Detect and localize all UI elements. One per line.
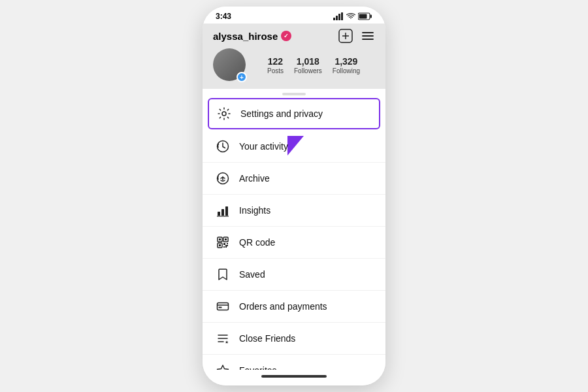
status-bar: 3:43 — [203, 7, 385, 24]
profile-username: alyssa_hirose ✓ — [213, 31, 291, 42]
svg-rect-28 — [227, 243, 228, 244]
svg-marker-38 — [225, 340, 229, 344]
menu-button[interactable] — [361, 29, 375, 43]
add-button[interactable] — [338, 29, 353, 43]
svg-rect-6 — [370, 15, 372, 18]
orders-label: Orders and payments — [239, 301, 327, 312]
favorites-label: Favorites — [239, 365, 277, 370]
archive-label: Archive — [239, 173, 270, 184]
bottom-bar — [203, 370, 385, 385]
svg-rect-5 — [359, 14, 367, 19]
following-count: 1,329 — [335, 56, 357, 67]
svg-rect-32 — [218, 303, 229, 310]
avatar-wrap: + — [213, 48, 247, 82]
wifi-icon — [346, 13, 355, 20]
gear-icon — [217, 106, 231, 121]
followers-label: Followers — [294, 67, 322, 74]
svg-rect-22 — [219, 238, 221, 240]
star-icon — [216, 363, 230, 370]
svg-rect-18 — [221, 209, 224, 216]
drag-handle-wrap — [203, 89, 385, 97]
status-icons — [333, 12, 372, 20]
close-friends-label: Close Friends — [239, 333, 295, 344]
menu-item-close-friends[interactable]: Close Friends — [203, 323, 385, 355]
svg-rect-24 — [225, 238, 227, 240]
svg-rect-17 — [218, 212, 220, 216]
profile-header: alyssa_hirose ✓ — [203, 24, 385, 89]
activity-icon — [216, 139, 230, 154]
menu-item-favorites[interactable]: Favorites — [203, 355, 385, 370]
svg-point-13 — [222, 112, 226, 116]
bookmark-icon — [216, 267, 230, 282]
following-stat: 1,329 Following — [333, 56, 360, 74]
list-star-icon — [216, 331, 230, 346]
saved-label: Saved — [239, 269, 265, 280]
posts-count: 122 — [268, 56, 283, 67]
following-label: Following — [333, 67, 360, 74]
activity-label: Your activity — [239, 141, 288, 152]
menu-item-insights[interactable]: Insights — [203, 195, 385, 227]
drag-handle — [282, 93, 306, 95]
avatar-add-button[interactable]: + — [237, 72, 247, 82]
svg-rect-0 — [333, 18, 335, 20]
card-icon — [216, 299, 230, 314]
menu-item-archive[interactable]: Archive — [203, 163, 385, 195]
time: 3:43 — [216, 12, 231, 21]
menu-item-qrcode[interactable]: QR code — [203, 227, 385, 259]
profile-top: alyssa_hirose ✓ — [213, 29, 375, 43]
posts-stat: 122 Posts — [267, 56, 284, 74]
archive-icon — [216, 171, 230, 186]
stats-section: 122 Posts 1,018 Followers 1,329 Followin… — [252, 56, 375, 74]
username-text: alyssa_hirose — [213, 31, 278, 42]
svg-rect-27 — [223, 243, 225, 245]
svg-marker-39 — [218, 365, 229, 370]
battery-icon — [358, 12, 372, 20]
profile-actions — [338, 29, 375, 43]
qrcode-label: QR code — [239, 237, 275, 248]
home-indicator — [261, 375, 327, 378]
svg-rect-19 — [225, 206, 228, 216]
svg-rect-29 — [223, 246, 225, 248]
menu-container: Settings and privacy Your activity — [203, 97, 385, 370]
posts-label: Posts — [267, 67, 284, 74]
insights-label: Insights — [239, 205, 270, 216]
menu-item-saved[interactable]: Saved — [203, 259, 385, 291]
settings-label: Settings and privacy — [240, 108, 323, 119]
menu-item-orders[interactable]: Orders and payments — [203, 291, 385, 323]
svg-rect-3 — [341, 12, 343, 20]
hamburger-icon — [361, 29, 375, 43]
profile-stats-row: + 122 Posts 1,018 Followers 1,329 Follow… — [213, 48, 375, 82]
signal-icon — [333, 12, 344, 20]
svg-rect-26 — [219, 244, 221, 246]
followers-count: 1,018 — [297, 56, 319, 67]
bar-chart-icon — [216, 203, 230, 218]
menu-item-activity[interactable]: Your activity — [203, 131, 385, 163]
svg-rect-31 — [227, 245, 228, 246]
svg-rect-2 — [338, 14, 340, 20]
followers-stat: 1,018 Followers — [294, 56, 322, 74]
phone-frame: 3:43 — [203, 7, 385, 385]
svg-rect-34 — [219, 307, 222, 308]
verified-badge: ✓ — [281, 31, 291, 41]
svg-rect-1 — [336, 16, 338, 20]
qr-icon — [216, 235, 230, 250]
menu-item-settings[interactable]: Settings and privacy — [208, 98, 380, 129]
svg-rect-30 — [225, 245, 227, 248]
plus-square-icon — [338, 29, 353, 43]
